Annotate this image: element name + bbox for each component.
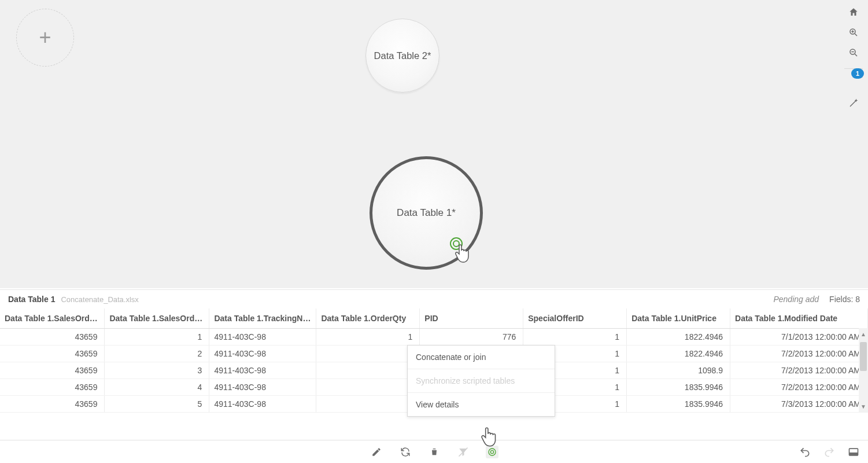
cell[interactable]: 4 <box>105 379 209 395</box>
table-row[interactable]: 4365914911-403C-98177611822.49467/1/2013… <box>0 328 868 345</box>
data-canvas: + 1 Data Table 2* Data Table 1* <box>0 0 868 288</box>
cell[interactable]: 1822.4946 <box>627 328 730 345</box>
add-data-table-button[interactable]: + <box>16 9 74 67</box>
cell[interactable]: 7/2/2013 12:00:00 AM <box>730 379 868 395</box>
cell[interactable]: 43659 <box>0 328 105 345</box>
cell[interactable]: 1835.9946 <box>627 395 730 412</box>
cell[interactable]: 43659 <box>0 379 105 395</box>
scroll-up-icon[interactable]: ▲ <box>859 329 868 339</box>
cell[interactable]: 7/2/2013 12:00:00 AM <box>730 345 868 362</box>
cell[interactable]: 1835.9946 <box>627 379 730 395</box>
col-header[interactable]: Data Table 1.OrderQty <box>316 308 420 328</box>
scroll-thumb[interactable] <box>860 342 867 371</box>
plus-icon: + <box>39 25 51 50</box>
col-header[interactable]: Data Table 1.SalesOrderID <box>0 308 105 328</box>
target-action-icon[interactable] <box>486 446 498 458</box>
bottom-toolbar <box>0 440 868 463</box>
cell[interactable]: 3 <box>316 345 420 362</box>
zoom-out-icon[interactable] <box>847 46 860 59</box>
node-context-menu: Concatenate or joinSynchronize scripted … <box>407 345 555 417</box>
cell[interactable]: 776 <box>420 328 523 345</box>
svg-rect-11 <box>849 453 858 455</box>
bottom-right-tools <box>799 446 860 458</box>
cell[interactable]: 1 <box>316 395 420 412</box>
cell[interactable]: 1 <box>316 328 420 345</box>
node-label: Data Table 2* <box>374 50 431 61</box>
data-table-1-node[interactable]: Data Table 1* <box>370 156 483 270</box>
redo-icon <box>823 446 836 458</box>
notification-badge[interactable]: 1 <box>851 68 864 79</box>
cell[interactable]: 4911-403C-98 <box>209 362 316 379</box>
preview-pending-status: Pending add <box>773 295 819 304</box>
cell[interactable]: 1 <box>105 328 209 345</box>
cell[interactable]: 1 <box>316 379 420 395</box>
col-header[interactable]: Data Table 1.UnitPrice <box>627 308 730 328</box>
cell[interactable]: 1822.4946 <box>627 345 730 362</box>
preview-title: Data Table 1 <box>8 295 55 304</box>
context-menu-item[interactable]: Concatenate or join <box>408 346 555 369</box>
cell[interactable]: 43659 <box>0 362 105 379</box>
col-header[interactable]: SpecialOfferID <box>523 308 627 328</box>
preview-header: Data Table 1 Concatenate_Data.xlsx Pendi… <box>0 290 868 308</box>
col-header[interactable]: PID <box>420 308 523 328</box>
undo-icon[interactable] <box>799 446 811 458</box>
cell[interactable]: 5 <box>105 395 209 412</box>
cell[interactable]: 4911-403C-98 <box>209 345 316 362</box>
cell[interactable]: 4911-403C-98 <box>209 379 316 395</box>
context-menu-item: Synchronize scripted tables <box>408 369 555 392</box>
table-header-row: Data Table 1.SalesOrderID Data Table 1.S… <box>0 308 868 328</box>
grid-vertical-scrollbar[interactable]: ▲ ▼ <box>859 328 868 412</box>
refresh-icon[interactable] <box>399 446 412 458</box>
cell[interactable]: 43659 <box>0 345 105 362</box>
cell[interactable]: 1098.9 <box>627 362 730 379</box>
scroll-down-icon[interactable]: ▼ <box>859 402 868 411</box>
context-menu-item[interactable]: View details <box>408 392 555 416</box>
cell[interactable]: 43659 <box>0 395 105 412</box>
col-header[interactable]: Data Table 1.Modified Date <box>730 308 868 328</box>
cell[interactable]: 4911-403C-98 <box>209 395 316 412</box>
col-header[interactable]: Data Table 1.SalesOrder... <box>105 308 209 328</box>
data-table-2-node[interactable]: Data Table 2* <box>365 19 439 93</box>
node-label: Data Table 1* <box>397 207 456 219</box>
preview-fields-count: Fields: 8 <box>829 295 860 304</box>
cell[interactable]: 7/2/2013 12:00:00 AM <box>730 362 868 379</box>
cell[interactable]: 7/3/2013 12:00:00 AM <box>730 395 868 412</box>
canvas-right-toolbar: 1 <box>844 6 863 109</box>
cell[interactable]: 3 <box>105 362 209 379</box>
zoom-in-icon[interactable] <box>847 26 860 39</box>
cell[interactable]: 1 <box>316 362 420 379</box>
magic-wand-icon[interactable] <box>847 97 860 109</box>
filter-remove-icon <box>457 446 470 458</box>
edit-icon[interactable] <box>370 446 383 458</box>
cell[interactable]: 4911-403C-98 <box>209 328 316 345</box>
panel-toggle-icon[interactable] <box>847 446 860 458</box>
svg-point-8 <box>489 449 496 455</box>
cell[interactable]: 2 <box>105 345 209 362</box>
svg-line-5 <box>855 54 857 56</box>
preview-source-file: Concatenate_Data.xlsx <box>61 295 138 304</box>
delete-icon[interactable] <box>428 446 441 458</box>
svg-point-9 <box>490 450 493 453</box>
cell[interactable]: 7/1/2013 12:00:00 AM <box>730 328 868 345</box>
cell[interactable]: 1 <box>523 328 627 345</box>
col-header[interactable]: Data Table 1.TrackingNum... <box>209 308 316 328</box>
svg-line-1 <box>855 34 857 36</box>
home-icon[interactable] <box>847 6 860 19</box>
